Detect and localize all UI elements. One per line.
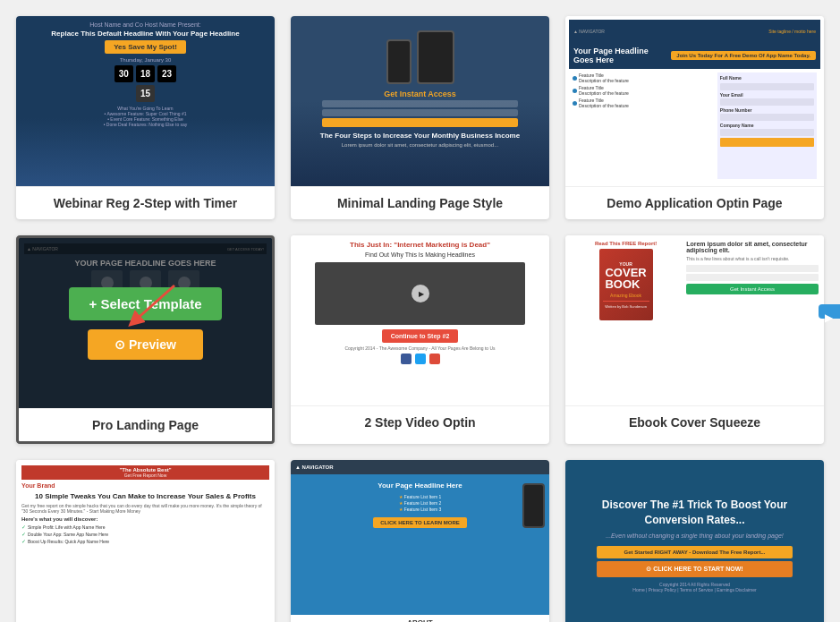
feature-line-2: Feature TitleDescription of the feature: [573, 85, 714, 96]
card-label-pro: Pro Landing Page: [19, 408, 272, 441]
sales-discover-label: Here's what you will discover:: [21, 516, 269, 522]
video-box: ▶: [315, 262, 525, 325]
counter-15: 15: [136, 85, 155, 102]
nav-features-list: ★ Feature List Item 1 ★ Feature List Ite…: [399, 494, 442, 513]
sales-headline-text: 10 Simple Tweaks You Can Make to Increas…: [21, 492, 269, 500]
card-label-ebook: Ebook Cover Squeeze: [565, 405, 824, 439]
video-overlay: [315, 262, 525, 325]
card-demo-application[interactable]: ▲ NAVIGATOR Site tagline / motto here Yo…: [565, 16, 824, 219]
demo-field-3: [720, 114, 814, 121]
demo-field-4: [720, 129, 814, 136]
tablet-icon: [417, 30, 454, 84]
video-headline: This Just In: "Internet Marketing is Dea…: [350, 241, 490, 249]
demo-form-title: Full Name: [720, 75, 814, 81]
ebook-input-2: [686, 274, 819, 281]
ebook-subtitle: Amazing Ebook: [610, 293, 641, 298]
nav-feature-1: ★ Feature List Item 1: [399, 494, 442, 499]
twitter-icon: [415, 354, 426, 364]
minimal-input1: [322, 100, 517, 107]
video-cta-btn: Continue to Step #2: [382, 329, 459, 343]
card-webinar-reg[interactable]: Host Name and Co Host Name Present: Repl…: [16, 16, 275, 219]
webinar-counter2: 15: [136, 85, 155, 102]
google-icon: [429, 354, 440, 364]
card-sales-profit[interactable]: "The Absolute Best"Get Free Report Now Y…: [16, 460, 275, 622]
active-overlay: + Select Template ⊙ Preview: [19, 238, 272, 408]
facebook-icon: [401, 354, 412, 364]
nav-feature-3: ★ Feature List Item 3: [399, 507, 442, 512]
demo-nav-logo: ▲ NAVIGATOR: [573, 29, 605, 34]
sales-body-text: Get my free report on the simple hacks t…: [21, 503, 269, 514]
nav-about-section: ABOUT: [291, 615, 549, 622]
ebook-body-headline: Lorem ipsum dolor sit amet, consectetur …: [686, 241, 819, 253]
ebook-cover-title: COVERBOOK: [605, 267, 646, 290]
card-discover-boost[interactable]: Discover The #1 Trick To Boost Your Conv…: [565, 460, 824, 622]
select-template-button[interactable]: + Select Template: [69, 287, 221, 320]
card-minimal-landing[interactable]: Get Instant Access The Four Steps to Inc…: [291, 16, 549, 219]
sales-item-text-3: Boost Up Results: Quick App Name Here: [28, 539, 109, 544]
counter-23: 23: [157, 65, 176, 82]
feature-text-2: Feature TitleDescription of the feature: [579, 85, 629, 96]
ebook-input-1: [686, 265, 819, 272]
nav-bullet-3: ★: [399, 507, 403, 512]
nav-bullet-1: ★: [399, 494, 403, 499]
social-bar: [401, 354, 440, 364]
demo-join-btn: Join Us Today For A Free Demo Of App Nam…: [671, 51, 816, 60]
discover-sub-text: ...Even without changing a single thing …: [606, 533, 783, 539]
minimal-btn: [322, 118, 517, 127]
webinar-counter: 30 18 23: [115, 65, 176, 82]
nav-feature-text-2: Feature List Item 2: [404, 500, 442, 506]
sales-brand-row: Your Brand: [21, 482, 269, 490]
nav-feature-text-1: Feature List Item 1: [404, 494, 442, 499]
ebook-divider: [603, 301, 649, 302]
card-label-minimal: Minimal Landing Page Style: [291, 186, 549, 219]
video-footer: Copyright 2014 - The Awesome Company - A…: [344, 345, 495, 351]
thumbnail-minimal: Get Instant Access The Four Steps to Inc…: [291, 16, 549, 186]
scroll-button[interactable]: ▶: [819, 304, 840, 319]
ebook-form-area: Lorem ipsum dolor sit amet, consectetur …: [686, 241, 819, 400]
sales-item-3: ✓Boost Up Results: Quick App Name Here: [21, 538, 269, 544]
check-icon-1: ✓: [21, 524, 26, 530]
nav-bullet-2: ★: [399, 500, 403, 506]
webinar-headline: Replace This Default Headline With Your …: [51, 30, 239, 38]
nav-phone-mockup: [522, 483, 545, 528]
nav-header-bar: ▲ NAVIGATOR: [291, 460, 549, 474]
ebook-submit-btn: Get Instant Access: [686, 284, 819, 294]
card-navigator-mobile[interactable]: ▲ NAVIGATOR Your Page Headline Here ★ Fe…: [291, 460, 549, 622]
demo-field-2: [720, 98, 814, 106]
discover-start-btn: ⊙ CLICK HERE TO START NOW!: [597, 561, 792, 577]
thumbnail-demo: ▲ NAVIGATOR Site tagline / motto here Yo…: [565, 16, 824, 186]
feature-line-3: Feature TitleDescription of the feature: [573, 98, 714, 108]
template-grid: Host Name and Co Host Name Present: Repl…: [0, 0, 840, 622]
demo-headline-text: Your Page Headline Goes Here: [573, 47, 664, 64]
card-2step-video[interactable]: This Just In: "Internet Marketing is Dea…: [291, 235, 549, 444]
preview-button[interactable]: ⊙ Preview: [88, 329, 203, 360]
feature-dot-2: [573, 89, 577, 93]
minimal-get-access: Get Instant Access: [384, 89, 456, 98]
nav-content-area: Your Page Headline Here ★ Feature List I…: [291, 474, 549, 615]
counter-18: 18: [136, 65, 155, 82]
demo-form-phone: Phone Number: [720, 107, 814, 113]
sales-item-text-1: Simple Profit: Life with App Name Here: [28, 524, 105, 530]
thumbnail-discover: Discover The #1 Trick To Boost Your Conv…: [565, 460, 824, 622]
feature-line-1: Feature TitleDescription of the feature: [573, 72, 714, 83]
nav-headline-text: Your Page Headline Here: [378, 481, 462, 490]
thumbnail-pro: ▲ NAVIGATOR GET ACCESS TODAY! YOUR PAGE …: [19, 238, 272, 408]
sales-header-banner: "The Absolute Best"Get Free Report Now: [21, 465, 269, 480]
feature-dot-3: [573, 101, 577, 106]
demo-field-1: [720, 83, 814, 90]
webinar-date: Thursday, January 30: [120, 57, 172, 63]
card-label-video: 2 Step Video Optin: [291, 405, 549, 439]
thumbnail-navigator: ▲ NAVIGATOR Your Page Headline Here ★ Fe…: [291, 460, 549, 622]
ebook-author: Written by Bob Sunderson: [605, 304, 647, 309]
nav-feature-2: ★ Feature List Item 2: [399, 500, 442, 506]
devices-mockup: [386, 30, 454, 84]
card-pro-landing[interactable]: ▲ NAVIGATOR GET ACCESS TODAY! YOUR PAGE …: [16, 235, 275, 444]
minimal-sub: Lorem ipsum dolor sit amet, consectetur …: [342, 142, 498, 148]
nav-cta-btn: CLICK HERE TO LEARN MORE: [373, 517, 467, 528]
card-ebook-cover[interactable]: Read This FREE Report! YOUR COVERBOOK Am…: [565, 235, 824, 444]
sales-item-text-2: Double Your App: Same App Name Here: [28, 532, 108, 537]
ebook-book-cover: YOUR COVERBOOK Amazing Ebook Written by …: [599, 249, 653, 320]
discover-headline-text: Discover The #1 Trick To Boost Your Conv…: [573, 498, 817, 528]
check-icon-3: ✓: [21, 538, 26, 544]
nav-logo-text: ▲ NAVIGATOR: [295, 464, 334, 470]
